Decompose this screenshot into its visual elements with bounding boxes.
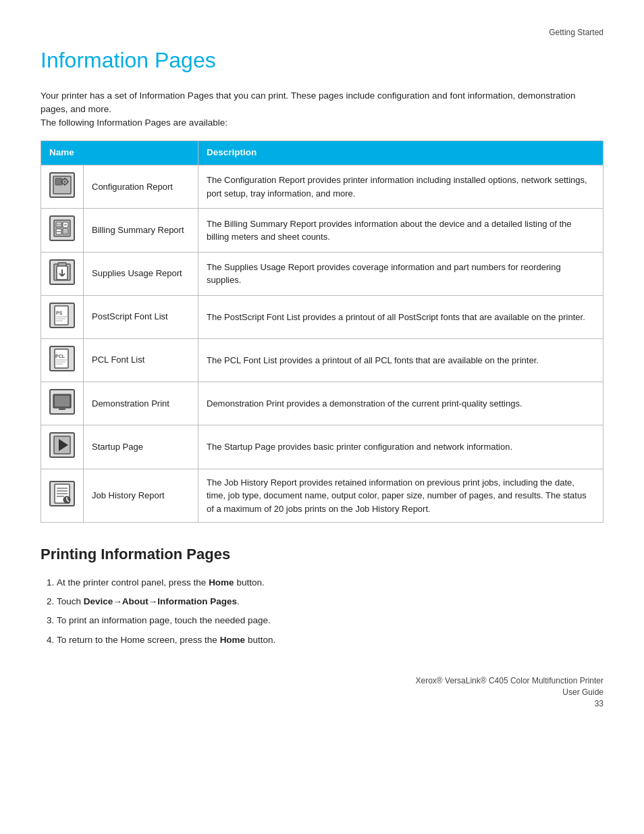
desc-cell-4: The PCL Font List provides a printout of…	[198, 338, 603, 382]
icon-cell-billing	[41, 209, 84, 252]
svg-rect-11	[56, 222, 61, 228]
name-cell-5: Demonstration Print	[84, 382, 198, 425]
table-row: PSPostScript Font ListThe PostScript Fon…	[41, 295, 603, 338]
table-row: Demonstration PrintDemonstration Print p…	[41, 382, 603, 425]
svg-text:PS: PS	[56, 311, 63, 315]
footer-page: 33	[41, 698, 603, 710]
table-row: Configuration ReportThe Configuration Re…	[41, 165, 603, 209]
steps-list: At the printer control panel, press the …	[57, 575, 603, 648]
name-cell-0: Configuration Report	[84, 165, 198, 209]
name-cell-4: PCL Font List	[84, 338, 198, 382]
name-cell-7: Job History Report	[84, 469, 198, 523]
col-header-desc: Description	[198, 141, 603, 165]
section-header: Getting Started	[41, 27, 603, 38]
icon-cell-postscript: PS	[41, 295, 84, 338]
intro-block: Your printer has a set of Information Pa…	[41, 89, 603, 130]
footer: Xerox® VersaLink® C405 Color Multifuncti…	[41, 675, 603, 709]
icon-cell-jobhistory	[41, 469, 84, 523]
col-header-name: Name	[41, 141, 198, 165]
desc-cell-6: The Startup Page provides basic printer …	[198, 425, 603, 469]
table-row: Supplies Usage ReportThe Supplies Usage …	[41, 252, 603, 295]
icon-cell-supplies	[41, 252, 84, 295]
svg-point-4	[64, 181, 66, 183]
table-row: Billing Summary ReportThe Billing Summar…	[41, 209, 603, 252]
step-2: Touch Device→About→Information Pages.	[57, 594, 603, 610]
icon-cell-pcl: PCL	[41, 338, 84, 382]
name-cell-6: Startup Page	[84, 425, 198, 469]
table-row: PCLPCL Font ListThe PCL Font List provid…	[41, 338, 603, 382]
desc-cell-1: The Billing Summary Report provides info…	[198, 209, 603, 252]
table-header-row: Name Description	[41, 141, 603, 165]
desc-cell-5: Demonstration Print provides a demonstra…	[198, 382, 603, 425]
svg-rect-42	[55, 396, 70, 407]
table-row: Job History ReportThe Job History Report…	[41, 469, 603, 523]
name-cell-3: PostScript Font List	[84, 295, 198, 338]
svg-rect-18	[63, 229, 68, 234]
desc-cell-2: The Supplies Usage Report provides cover…	[198, 252, 603, 295]
page-title: Information Pages	[41, 45, 603, 76]
name-cell-1: Billing Summary Report	[84, 209, 198, 252]
desc-cell-7: The Job History Report provides retained…	[198, 469, 603, 523]
svg-text:PCL: PCL	[55, 354, 65, 359]
section2-title: Printing Information Pages	[41, 544, 603, 565]
info-pages-table: Name Description Configuration ReportThe…	[41, 140, 603, 523]
step-4: To return to the Home screen, press the …	[57, 632, 603, 648]
svg-rect-29	[55, 306, 68, 325]
svg-rect-35	[55, 349, 68, 368]
footer-subtitle: User Guide	[41, 687, 603, 698]
intro-line2: The following Information Pages are avai…	[41, 116, 603, 130]
icon-cell-startup	[41, 425, 84, 469]
footer-product: Xerox® VersaLink® C405 Color Multifuncti…	[41, 675, 603, 687]
desc-cell-3: The PostScript Font List provides a prin…	[198, 295, 603, 338]
table-row: Startup PageThe Startup Page provides ba…	[41, 425, 603, 469]
step-1: At the printer control panel, press the …	[57, 575, 603, 591]
intro-line1: Your printer has a set of Information Pa…	[41, 89, 603, 117]
step-3: To print an information page, touch the …	[57, 613, 603, 629]
icon-cell-demo	[41, 382, 84, 425]
desc-cell-0: The Configuration Report provides printe…	[198, 165, 603, 209]
name-cell-2: Supplies Usage Report	[84, 252, 198, 295]
icon-cell-config	[41, 165, 84, 209]
section-header-text: Getting Started	[549, 28, 603, 37]
